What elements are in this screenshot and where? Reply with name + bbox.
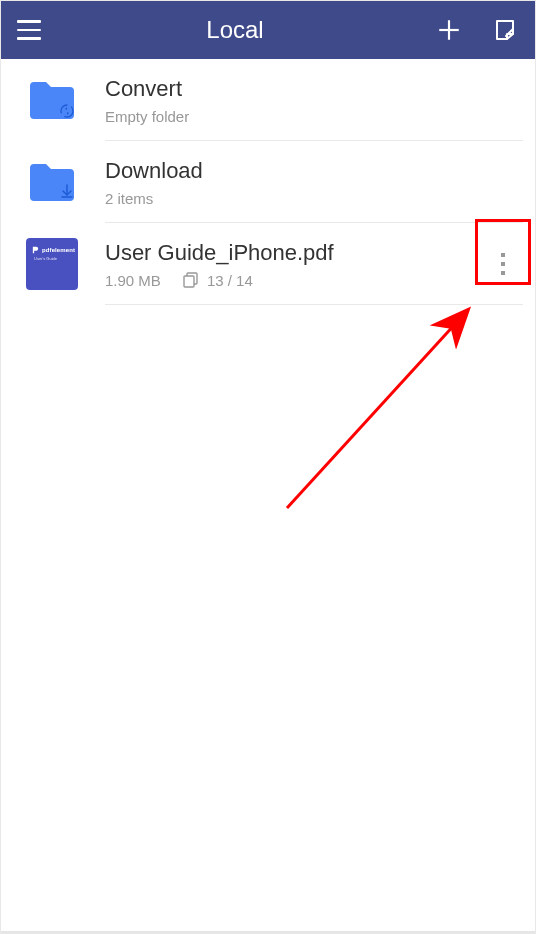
more-options-button[interactable] [483, 244, 523, 284]
page-count: 13 / 14 [183, 272, 253, 289]
page-count-value: 13 / 14 [207, 272, 253, 289]
folder-sync-icon [25, 73, 79, 127]
item-body: Convert Empty folder [105, 76, 523, 125]
plus-icon[interactable] [435, 16, 463, 44]
pdf-thumbnail-icon: pdfelement User's Guide [25, 237, 79, 291]
folder-item-download[interactable]: Download 2 items [1, 141, 535, 223]
item-title: User Guide_iPhone.pdf [105, 240, 483, 266]
file-size: 1.90 MB [105, 272, 161, 289]
app-header: Local [1, 1, 535, 59]
folder-download-icon [25, 155, 79, 209]
item-subtitle: 1.90 MB 13 / 14 [105, 272, 483, 289]
item-title: Download [105, 158, 523, 184]
more-vertical-icon [501, 253, 505, 275]
svg-line-8 [287, 311, 467, 508]
item-subtitle: 2 items [105, 190, 523, 207]
thumb-sub: User's Guide [34, 256, 57, 261]
pages-icon [183, 272, 199, 288]
item-body: Download 2 items [105, 158, 523, 207]
note-edit-icon[interactable] [491, 16, 519, 44]
page-title: Local [35, 16, 435, 44]
folder-item-convert[interactable]: Convert Empty folder [1, 59, 535, 141]
svg-rect-7 [184, 276, 194, 287]
header-actions [435, 16, 519, 44]
item-title: Convert [105, 76, 523, 102]
item-body: User Guide_iPhone.pdf 1.90 MB 13 / 14 [105, 240, 483, 289]
thumb-brand: pdfelement [42, 247, 75, 253]
file-list: Convert Empty folder Download 2 items [1, 59, 535, 305]
bottom-divider [1, 931, 535, 933]
item-subtitle: Empty folder [105, 108, 523, 125]
file-item-userguide[interactable]: pdfelement User's Guide User Guide_iPhon… [1, 223, 535, 305]
